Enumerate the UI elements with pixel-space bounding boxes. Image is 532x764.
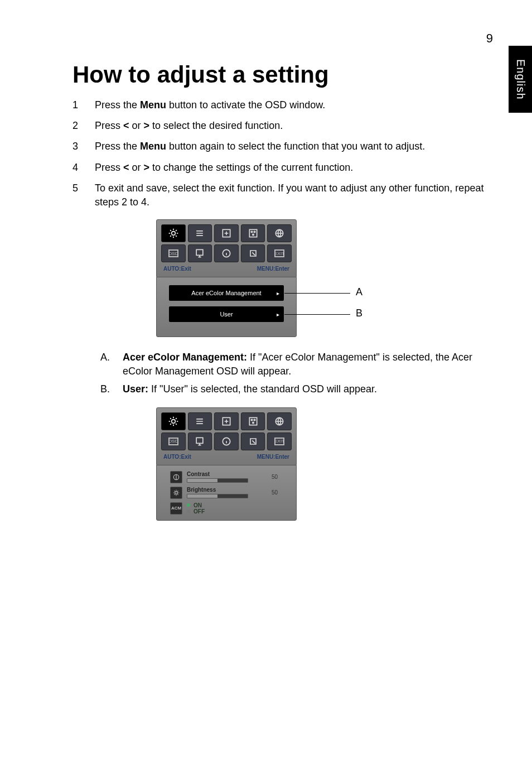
brightness-label: Brightness (187, 487, 267, 493)
osd-footer-left: AUTO:Exit (163, 266, 191, 272)
exit-label-icon: EXIT (274, 438, 284, 445)
osd-footer-right: MENU:Enter (257, 266, 289, 272)
brightness-row: Brightness 50 (170, 487, 283, 499)
arrow-right-icon: ▸ (277, 311, 279, 318)
osd-tab-brightness[interactable] (161, 224, 186, 242)
osd-tab-list[interactable] (188, 224, 212, 242)
contrast-value: 50 (272, 474, 283, 480)
callout-label-b: B (356, 307, 362, 319)
osd-settings-panel: Contrast 50 Brightness 50 ACM ON OFF (156, 465, 297, 521)
list-icon (194, 416, 205, 427)
language-tab-label: English (514, 59, 527, 100)
osd-tab-reset[interactable] (241, 244, 265, 262)
step-5: 5 To exit and save, select the exit func… (72, 181, 485, 209)
callout-label-a: A (356, 286, 362, 298)
osd-tab-info[interactable] (214, 433, 239, 450)
step-text: Press < or > to change the settings of t… (95, 161, 485, 175)
acm-row: ACM ON OFF (170, 502, 283, 515)
osd-tab-color[interactable] (241, 412, 265, 430)
page-content: How to adjust a setting 1 Press the Menu… (72, 61, 485, 534)
sublist-item-a: A. Acer eColor Management: If "Acer eCol… (100, 350, 485, 378)
brightness-icon (168, 228, 179, 239)
osd-tab-row-2: OSD EXIT (161, 244, 292, 262)
step-number: 3 (72, 140, 95, 153)
osd-tab-position[interactable] (214, 224, 239, 242)
exit-label-icon: EXIT (274, 249, 284, 257)
svg-point-12 (251, 419, 253, 421)
language-icon (194, 248, 205, 259)
osd-footer: AUTO:Exit MENU:Enter (161, 265, 292, 272)
step-number: 4 (72, 161, 95, 175)
step-number: 1 (72, 98, 95, 112)
step-text: To exit and save, select the exit functi… (95, 181, 485, 209)
step-4: 4 Press < or > to change the settings of… (72, 161, 485, 175)
step-number: 5 (72, 181, 95, 209)
osd-menu-item-user[interactable]: User ▸ (169, 306, 284, 322)
osd-top-panel-2: OSD EXIT AUTO:Exit MENU:Enter (156, 407, 297, 466)
acm-off-option[interactable]: OFF (187, 508, 205, 515)
list-icon (194, 228, 205, 239)
osd-footer-right: MENU:Enter (257, 454, 289, 460)
brightness-icon (168, 416, 179, 427)
svg-point-13 (254, 419, 255, 421)
osd-menu-item-label: Acer eColor Management (173, 290, 279, 296)
step-2: 2 Press < or > to select the desired fun… (72, 119, 485, 133)
language-tab: English (509, 46, 532, 113)
osd-tab-list[interactable] (188, 412, 212, 430)
step-1: 1 Press the Menu button to activate the … (72, 98, 485, 112)
svg-point-9 (171, 419, 175, 423)
contrast-label: Contrast (187, 471, 267, 477)
sublist-letter: B. (100, 382, 123, 396)
osd-tab-language[interactable] (188, 244, 212, 262)
osd-figure-2: OSD EXIT AUTO:Exit MENU:Enter Contrast 5… (156, 407, 390, 521)
osd-lower-panel: Acer eColor Management ▸ User ▸ (156, 277, 297, 337)
svg-rect-16 (197, 438, 204, 443)
steps-list: 1 Press the Menu button to activate the … (72, 98, 485, 209)
osd-tab-exit[interactable]: EXIT (267, 244, 292, 262)
sublist-item-b: B. User: If "User" is selected, the stan… (100, 382, 485, 396)
language-icon (194, 436, 205, 447)
globe-icon (274, 228, 285, 239)
info-icon (221, 436, 232, 447)
osd-footer-2: AUTO:Exit MENU:Enter (161, 453, 292, 460)
osd-menu-item-ecolor[interactable]: Acer eColor Management ▸ (169, 285, 284, 301)
svg-rect-7 (197, 249, 204, 255)
color-icon (248, 416, 259, 427)
osd-tab-globe[interactable] (267, 412, 292, 430)
callout-line-a (284, 293, 350, 294)
osd-tab-exit[interactable]: EXIT (267, 433, 292, 450)
osd-figure-1: OSD EXIT AUTO:Exit MENU:Enter (156, 219, 390, 337)
brightness-slider[interactable] (187, 494, 248, 498)
osd-label-icon: OSD (168, 249, 178, 257)
osd-label-icon: OSD (168, 438, 178, 445)
globe-icon (274, 416, 285, 427)
osd-tab-globe[interactable] (267, 224, 292, 242)
step-text: Press the Menu button to activate the OS… (95, 98, 485, 112)
brightness-value: 50 (272, 489, 283, 496)
osd-tab-reset[interactable] (241, 433, 265, 450)
osd-tab-osd[interactable]: OSD (161, 244, 186, 262)
svg-point-14 (252, 422, 254, 424)
step-number: 2 (72, 119, 95, 133)
svg-rect-11 (249, 417, 257, 425)
osd2-tab-row-2: OSD EXIT (161, 433, 292, 450)
svg-point-3 (251, 231, 253, 233)
sublist-text: Acer eColor Management: If "Acer eColor … (123, 350, 485, 378)
contrast-slider[interactable] (187, 478, 248, 483)
osd-tab-language[interactable] (188, 433, 212, 450)
osd-tab-position[interactable] (214, 412, 239, 430)
color-icon (248, 228, 259, 239)
sublist-text: User: If "User" is selected, the standar… (123, 382, 485, 396)
osd-tab-brightness[interactable] (161, 412, 186, 430)
reset-icon (248, 248, 259, 259)
osd-tab-osd[interactable]: OSD (161, 433, 186, 450)
svg-rect-2 (249, 229, 257, 237)
svg-point-0 (171, 232, 175, 236)
osd-tab-color[interactable] (241, 224, 265, 242)
reset-icon (248, 436, 259, 447)
acm-on-option[interactable]: ON (187, 502, 205, 508)
step-3: 3 Press the Menu button again to select … (72, 140, 485, 153)
osd-tab-info[interactable] (214, 244, 239, 262)
sublist: A. Acer eColor Management: If "Acer eCol… (100, 350, 485, 396)
page-number: 9 (486, 31, 493, 46)
